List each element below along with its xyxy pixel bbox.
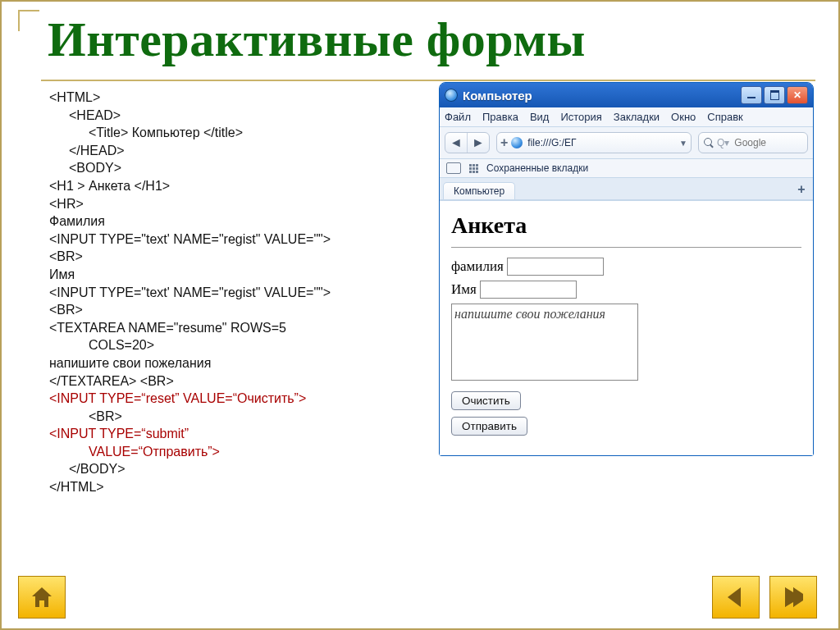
code-line: <HR> — [49, 195, 402, 213]
code-line: <INPUT TYPE=“submit” — [49, 425, 402, 443]
chevron-down-icon[interactable]: ▼ — [679, 139, 687, 148]
bottom-nav — [18, 576, 822, 619]
code-line: <INPUT TYPE="text' NAME="regist" VALUE="… — [49, 231, 402, 249]
add-tab-icon[interactable]: + — [500, 135, 508, 150]
maximize-button[interactable] — [764, 86, 785, 104]
browser-window: Компьютер ✕ ФайлПравкаВидИсторияЗакладки… — [439, 82, 814, 456]
app-icon — [445, 89, 458, 102]
svg-marker-1 — [728, 587, 741, 607]
grid-icon[interactable] — [469, 164, 478, 173]
code-line: </BODY> — [49, 460, 402, 478]
menu-item[interactable]: Справк — [707, 111, 742, 123]
svg-marker-0 — [32, 587, 52, 607]
code-line: COLS=20> — [49, 336, 402, 354]
next-slide-icon[interactable] — [769, 576, 817, 619]
code-line: <TEXTAREA NAME="resume" ROWS=5 — [49, 319, 402, 337]
tab-computer[interactable]: Компьютер — [443, 182, 515, 199]
code-line: Фамилия — [49, 212, 402, 231]
title-area: Интерактивные формы — [41, 8, 815, 81]
search-icon — [704, 138, 714, 148]
code-line: <BR> — [49, 248, 402, 266]
minimize-button[interactable] — [741, 86, 762, 104]
code-line: <H1 > Анкета </H1> — [49, 177, 402, 195]
menu-item[interactable]: Окно — [671, 111, 696, 123]
menu-item[interactable]: Правка — [482, 111, 518, 123]
forward-button[interactable]: ► — [467, 133, 489, 153]
search-input[interactable] — [733, 136, 793, 149]
tabbar: Компьютер + — [440, 178, 813, 200]
code-block: <HTML><HEAD><Title> Компьютер </title></… — [49, 89, 402, 496]
book-icon[interactable] — [446, 162, 461, 174]
search-q: Q▾ — [717, 137, 729, 148]
menu-item[interactable]: Закладки — [614, 111, 660, 123]
code-line: <BODY> — [49, 159, 402, 177]
code-line: <HEAD> — [49, 107, 402, 125]
code-line: </HEAD> — [49, 142, 402, 160]
label-lastname: фамилия — [451, 258, 504, 274]
divider — [451, 247, 801, 248]
code-line: VALUE=“Отправить”> — [49, 443, 402, 461]
input-firstname[interactable] — [480, 281, 577, 299]
prev-slide-icon[interactable] — [712, 576, 760, 619]
browser-content: Анкета фамилия Имя напишите свои пожелан… — [440, 200, 813, 455]
toolbar: ◄ ► + ▼ Q▾ — [440, 127, 813, 159]
page-heading: Анкета — [451, 212, 801, 239]
label-firstname: Имя — [451, 281, 477, 297]
reset-button[interactable]: Очистить — [451, 391, 521, 410]
row-firstname: Имя — [451, 281, 801, 299]
close-button[interactable]: ✕ — [787, 86, 808, 104]
search-box[interactable]: Q▾ — [698, 132, 808, 153]
row-textarea: напишите свои пожелания — [451, 304, 801, 385]
address-bar[interactable]: + ▼ — [496, 132, 692, 153]
titlebar: Компьютер ✕ — [440, 83, 813, 107]
menu-item[interactable]: История — [560, 111, 601, 123]
row-lastname: фамилия — [451, 258, 801, 276]
input-lastname[interactable] — [507, 258, 604, 276]
menu-item[interactable]: Файл — [445, 111, 471, 123]
code-line: <Title> Компьютер </title> — [49, 124, 402, 142]
menu-item[interactable]: Вид — [530, 111, 550, 123]
home-icon[interactable] — [18, 576, 66, 619]
code-line: </HTML> — [49, 478, 402, 496]
code-line: <INPUT TYPE=“reset” VALUE=“Очистить”> — [49, 390, 402, 408]
nav-back-forward: ◄ ► — [445, 132, 490, 153]
code-line: <BR> — [49, 301, 402, 319]
code-line: </TEXTAREA> <BR> — [49, 372, 402, 390]
code-line: <INPUT TYPE="text' NAME="regist" VALUE="… — [49, 284, 402, 302]
code-line: <HTML> — [49, 89, 402, 107]
menubar: ФайлПравкаВидИсторияЗакладкиОкноСправк — [440, 107, 813, 127]
back-button[interactable]: ◄ — [445, 133, 467, 153]
code-line: напишите свои пожелания — [49, 354, 402, 372]
bookmarks-bar: Сохраненные вкладки — [440, 159, 813, 178]
slide-title: Интерактивные формы — [48, 11, 815, 68]
window-title: Компьютер — [463, 89, 741, 103]
globe-icon — [511, 137, 523, 148]
submit-button[interactable]: Отправить — [451, 417, 527, 436]
textarea-wishes[interactable]: напишите свои пожелания — [451, 304, 638, 381]
code-line: Имя — [49, 266, 402, 284]
corner-accent — [18, 10, 39, 31]
new-tab-button[interactable]: + — [793, 182, 810, 199]
bookbar-label[interactable]: Сохраненные вкладки — [486, 162, 588, 174]
code-line: <BR> — [49, 408, 402, 426]
svg-marker-4 — [793, 587, 803, 607]
url-input[interactable] — [526, 137, 676, 148]
